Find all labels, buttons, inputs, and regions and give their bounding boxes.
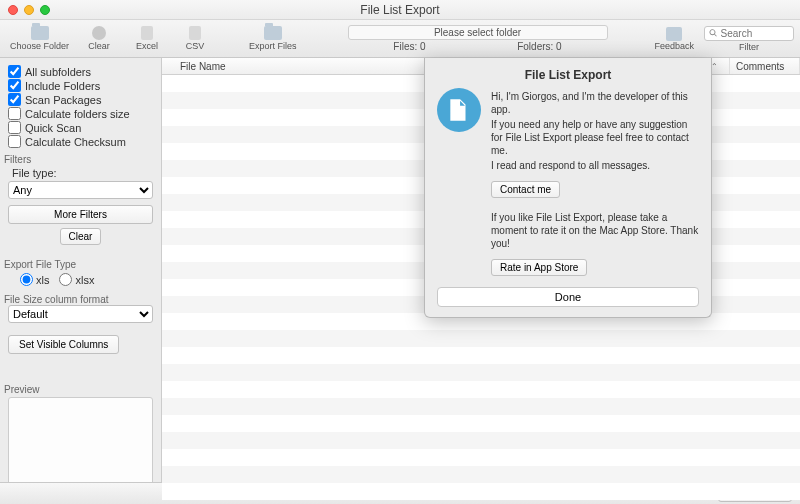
scan-packages-label: Scan Packages [25, 94, 101, 106]
calc-folders-size-label: Calculate folders size [25, 108, 130, 120]
sheet-p1: Hi, I'm Giorgos, and I'm the developer o… [491, 90, 699, 116]
xlsx-radio[interactable] [59, 273, 72, 286]
search-input[interactable] [721, 28, 789, 39]
csv-button[interactable]: CSV [173, 22, 217, 56]
filesize-format-label: File Size column format [4, 294, 153, 305]
feedback-label: Feedback [654, 41, 694, 51]
excel-label: Excel [136, 41, 158, 51]
quick-scan-checkbox[interactable] [8, 121, 21, 134]
include-folders-label: Include Folders [25, 80, 100, 92]
set-visible-columns-button[interactable]: Set Visible Columns [8, 335, 119, 354]
xls-label: xls [36, 274, 49, 286]
xls-radio[interactable] [20, 273, 33, 286]
clear-filters-button[interactable]: Clear [60, 228, 102, 245]
sidebar: All subfolders Include Folders Scan Pack… [0, 58, 162, 482]
sheet-p3: I read and respond to all messages. [491, 159, 699, 172]
export-icon [264, 26, 282, 40]
contact-me-button[interactable]: Contact me [491, 181, 560, 198]
calc-checksum-checkbox[interactable] [8, 135, 21, 148]
preview-label: Preview [4, 384, 153, 395]
clear-button[interactable]: Clear [77, 22, 121, 56]
export-type-label: Export File Type [4, 259, 153, 270]
clear-icon [92, 26, 106, 40]
quick-scan-label: Quick Scan [25, 122, 81, 134]
folder-path-field: Please select folder [348, 25, 608, 40]
choose-folder-label: Choose Folder [10, 41, 69, 51]
search-icon [709, 28, 718, 38]
folders-count: Folders: 0 [517, 41, 561, 52]
sheet-p2: If you need any help or have any suggest… [491, 118, 699, 157]
include-folders-checkbox[interactable] [8, 79, 21, 92]
all-subfolders-checkbox[interactable] [8, 65, 21, 78]
folder-icon [31, 26, 49, 40]
filetype-select[interactable]: Any [8, 181, 153, 199]
filesize-format-select[interactable]: Default [8, 305, 153, 323]
preview-box [8, 397, 153, 482]
app-icon [437, 88, 481, 132]
welcome-sheet: File List Export Hi, I'm Giorgos, and I'… [424, 58, 712, 318]
minimize-window-button[interactable] [24, 5, 34, 15]
scan-packages-checkbox[interactable] [8, 93, 21, 106]
export-files-label: Export Files [249, 41, 297, 51]
filter-label: Filter [739, 42, 759, 52]
search-field[interactable] [704, 26, 794, 41]
files-count: Files: 0 [393, 41, 425, 52]
table-row [162, 483, 800, 500]
excel-icon [141, 26, 153, 40]
calc-checksum-label: Calculate Checksum [25, 136, 126, 148]
titlebar: File List Export [0, 0, 800, 20]
csv-icon [189, 26, 201, 40]
filters-section-label: Filters [4, 154, 153, 165]
export-files-button[interactable]: Export Files [245, 22, 301, 56]
feedback-icon [666, 27, 682, 41]
choose-folder-button[interactable]: Choose Folder [6, 22, 73, 56]
filetype-label: File type: [12, 167, 153, 179]
sheet-title: File List Export [437, 68, 699, 82]
file-list: File Name Path Folder Location⌃ Comments… [162, 58, 800, 482]
all-subfolders-label: All subfolders [25, 66, 91, 78]
clear-label: Clear [88, 41, 110, 51]
csv-label: CSV [186, 41, 205, 51]
zoom-window-button[interactable] [40, 5, 50, 15]
toolbar: Choose Folder Clear Excel CSV Export Fil… [0, 20, 800, 58]
excel-button[interactable]: Excel [125, 22, 169, 56]
more-filters-button[interactable]: More Filters [8, 205, 153, 224]
calc-folders-size-checkbox[interactable] [8, 107, 21, 120]
close-window-button[interactable] [8, 5, 18, 15]
feedback-button[interactable]: Feedback [654, 27, 694, 51]
sheet-p4: If you like File List Export, please tak… [491, 211, 699, 250]
rate-app-store-button[interactable]: Rate in App Store [491, 259, 587, 276]
done-button[interactable]: Done [437, 287, 699, 307]
xlsx-label: xlsx [75, 274, 94, 286]
window-title: File List Export [0, 3, 800, 17]
